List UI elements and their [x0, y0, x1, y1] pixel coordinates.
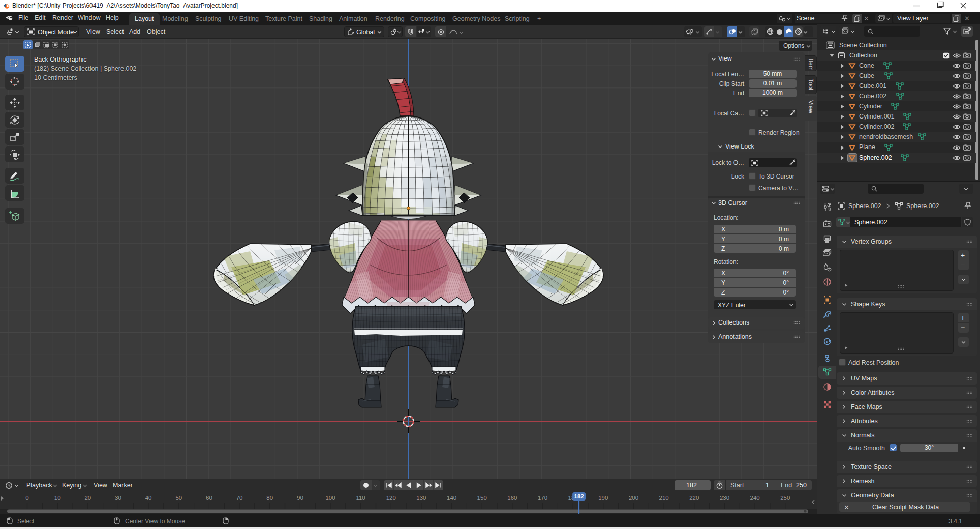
svg-text:20: 20	[84, 495, 91, 501]
svg-text:80: 80	[266, 495, 273, 501]
svg-text:60: 60	[206, 495, 212, 501]
svg-text:40: 40	[145, 495, 152, 501]
svg-text:100: 100	[325, 495, 335, 501]
svg-text:160: 160	[507, 495, 517, 501]
svg-text:90: 90	[297, 495, 303, 501]
svg-text:170: 170	[538, 495, 547, 501]
svg-text:230: 230	[720, 495, 729, 501]
svg-text:190: 190	[598, 495, 608, 501]
svg-text:50: 50	[175, 495, 182, 501]
svg-text:150: 150	[477, 495, 487, 501]
svg-text:240: 240	[750, 495, 760, 501]
svg-text:10: 10	[54, 495, 61, 501]
svg-text:250: 250	[780, 495, 790, 501]
svg-text:210: 210	[659, 495, 669, 501]
svg-text:70: 70	[236, 495, 243, 501]
svg-text:110: 110	[356, 495, 365, 501]
svg-text:182: 182	[574, 493, 584, 499]
svg-text:220: 220	[689, 495, 699, 501]
svg-text:130: 130	[416, 495, 426, 501]
svg-text:0: 0	[25, 495, 28, 501]
svg-text:30: 30	[115, 495, 121, 501]
svg-text:120: 120	[386, 495, 396, 501]
svg-text:200: 200	[629, 495, 638, 501]
svg-text:140: 140	[447, 495, 456, 501]
